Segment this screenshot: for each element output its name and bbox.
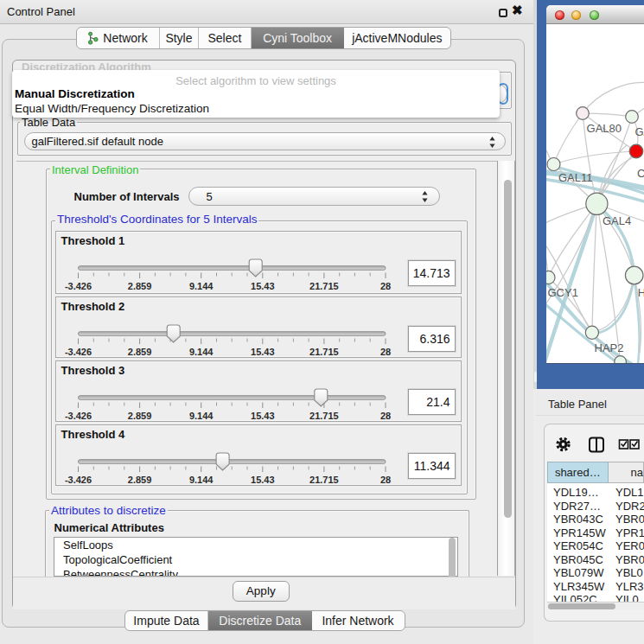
svg-text:28: 28 xyxy=(379,347,390,357)
svg-text:15.43: 15.43 xyxy=(251,347,275,357)
svg-text:GA: GA xyxy=(635,125,644,138)
svg-text:15.43: 15.43 xyxy=(251,474,275,484)
svg-text:9.144: 9.144 xyxy=(188,281,213,291)
svg-text:21.715: 21.715 xyxy=(309,410,339,420)
svg-text:28: 28 xyxy=(379,474,390,484)
svg-text:2.859: 2.859 xyxy=(127,347,151,357)
svg-text:21.715: 21.715 xyxy=(309,347,339,357)
svg-text:2.859: 2.859 xyxy=(127,281,151,291)
svg-text:GAL11: GAL11 xyxy=(558,171,593,184)
svg-text:15.43: 15.43 xyxy=(251,281,275,291)
svg-text:15.43: 15.43 xyxy=(251,410,275,420)
svg-text:21.715: 21.715 xyxy=(309,281,339,291)
svg-text:GCY1: GCY1 xyxy=(547,286,577,299)
svg-text:21.715: 21.715 xyxy=(309,474,339,484)
svg-text:-3.426: -3.426 xyxy=(64,410,91,420)
svg-text:-3.426: -3.426 xyxy=(64,347,91,357)
svg-text:9.144: 9.144 xyxy=(188,474,213,484)
svg-text:2.859: 2.859 xyxy=(127,474,151,484)
svg-text:-3.426: -3.426 xyxy=(64,281,91,291)
svg-text:9.144: 9.144 xyxy=(188,347,213,357)
svg-text:GAL4: GAL4 xyxy=(603,214,631,227)
svg-text:HAP2: HAP2 xyxy=(595,341,624,354)
svg-text:H: H xyxy=(638,286,644,299)
svg-text:28: 28 xyxy=(379,410,390,420)
svg-text:GAL80: GAL80 xyxy=(587,122,622,135)
svg-text:-3.426: -3.426 xyxy=(64,474,91,484)
svg-text:2.859: 2.859 xyxy=(127,410,151,420)
svg-text:9.144: 9.144 xyxy=(188,410,213,420)
svg-text:28: 28 xyxy=(379,281,390,291)
svg-text:C: C xyxy=(637,167,644,180)
